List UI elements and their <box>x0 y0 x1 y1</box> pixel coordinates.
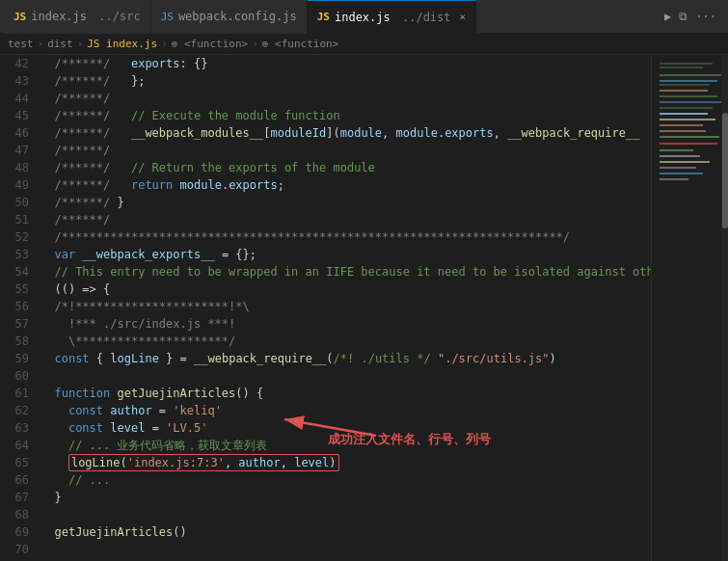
table-row: 70 <box>0 541 651 558</box>
svg-rect-20 <box>660 155 700 157</box>
table-row: 65 logLine('index.js:7:3', author, level… <box>0 454 651 471</box>
svg-rect-13 <box>660 119 715 120</box>
table-row: 58 \**********************/ <box>0 333 651 350</box>
table-row: 57 !*** ./src/index.js ***! <box>0 315 651 333</box>
table-row: 53 var __webpack_exports__ = {}; <box>0 246 651 263</box>
table-row: 67 } <box>0 489 651 506</box>
table-row: 61 function getJuejinArticles() { <box>0 385 651 402</box>
svg-rect-16 <box>660 136 719 138</box>
table-row: 56 /*!**********************!*\ <box>0 298 651 315</box>
editor-actions: ▶ ⧉ ··· <box>664 10 724 23</box>
table-row: 50 /******/ } <box>0 194 651 211</box>
run-icon[interactable]: ▶ <box>664 10 671 23</box>
svg-rect-7 <box>660 84 710 86</box>
table-row: 51 /******/ <box>0 211 651 228</box>
svg-rect-14 <box>660 124 703 126</box>
table-row: 66 // ... <box>0 471 651 489</box>
svg-rect-26 <box>722 113 728 228</box>
table-row: 49 /******/ return module.exports; <box>0 176 651 194</box>
table-row: 43 /******/ }; <box>0 72 651 90</box>
table-row: 63 const level = 'LV.5' <box>0 419 651 437</box>
svg-rect-4 <box>660 67 703 68</box>
svg-rect-23 <box>660 173 703 174</box>
table-row: 59 const { logLine } = __webpack_require… <box>0 350 651 367</box>
svg-rect-11 <box>660 107 713 109</box>
minimap <box>651 55 728 561</box>
tab-path: ../src <box>92 10 141 23</box>
table-row: 46 /******/ __webpack_modules__[moduleId… <box>0 124 651 142</box>
tab-path: ../dist <box>395 11 451 24</box>
js-icon: JS <box>13 11 26 23</box>
tab-bar: JS index.js ../src JS webpack.config.js … <box>0 0 728 34</box>
table-row: 69 getJuejinArticles() <box>0 523 651 541</box>
svg-rect-5 <box>660 74 722 76</box>
svg-rect-22 <box>660 167 696 169</box>
tab-index-src[interactable]: JS index.js ../src <box>4 0 151 34</box>
table-row: 68 <box>0 506 651 523</box>
table-row: 64 // ... 业务代码省略，获取文章列表 <box>0 437 651 454</box>
more-icon[interactable]: ··· <box>695 10 716 23</box>
table-row: 52 /************************************… <box>0 228 651 246</box>
svg-rect-9 <box>660 95 717 97</box>
svg-rect-21 <box>660 161 710 163</box>
code-lines: 42 /******/ exports: {} 43 /******/ }; 4… <box>0 55 651 561</box>
close-icon[interactable]: × <box>460 11 467 23</box>
tab-index-dist[interactable]: JS index.js ../dist × <box>308 0 476 34</box>
table-row: 55 (() => { <box>0 280 651 298</box>
table-row: 45 /******/ // Execute the module functi… <box>0 107 651 124</box>
tab-label: index.js <box>31 10 87 23</box>
split-icon[interactable]: ⧉ <box>679 10 688 23</box>
tab-webpack-config[interactable]: JS webpack.config.js <box>151 0 308 34</box>
table-row: 54 // This entry need to be wrapped in a… <box>0 263 651 280</box>
editor-area: 42 /******/ exports: {} 43 /******/ }; 4… <box>0 55 728 561</box>
svg-rect-18 <box>660 143 717 145</box>
tab-label: webpack.config.js <box>178 10 297 23</box>
svg-rect-12 <box>660 113 708 115</box>
table-row: 42 /******/ exports: {} <box>0 55 651 72</box>
minimap-content <box>652 55 728 561</box>
table-row: 62 const author = 'keliq' <box>0 402 651 419</box>
table-row: 48 /******/ // Return the exports of the… <box>0 159 651 176</box>
svg-rect-10 <box>660 101 727 103</box>
svg-rect-15 <box>660 130 706 132</box>
svg-rect-6 <box>660 80 717 82</box>
tab-label: index.js <box>335 11 391 24</box>
svg-rect-8 <box>660 90 708 92</box>
webpack-icon: JS <box>161 11 174 23</box>
table-row: 60 <box>0 367 651 385</box>
table-row: 47 /******/ <box>0 142 651 159</box>
breadcrumb: test › dist › JS index.js › ⊕ <function>… <box>0 34 728 55</box>
js-icon: JS <box>317 11 330 23</box>
svg-rect-3 <box>660 63 713 65</box>
code-editor: 42 /******/ exports: {} 43 /******/ }; 4… <box>0 55 651 561</box>
table-row: 44 /******/ <box>0 90 651 107</box>
svg-rect-19 <box>660 149 693 151</box>
svg-rect-24 <box>660 178 688 180</box>
